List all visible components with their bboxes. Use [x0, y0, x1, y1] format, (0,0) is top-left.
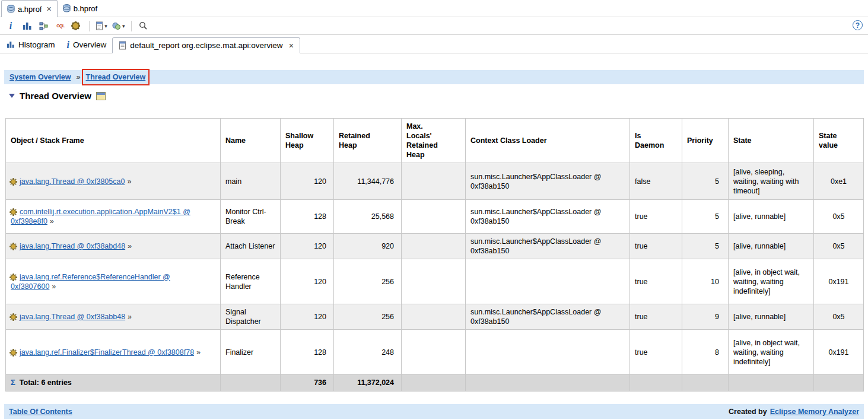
- cell-object: java.lang.Thread @ 0xf38abd48»: [6, 234, 221, 259]
- object-link[interactable]: com.intellij.rt.execution.application.Ap…: [11, 208, 190, 225]
- cell-context-class-loader: sun.misc.Launcher$AppClassLoader @ 0xf38…: [466, 234, 630, 259]
- outbound-arrow-icon[interactable]: »: [128, 242, 132, 250]
- search-queries-button[interactable]: [138, 20, 150, 33]
- thread-icon: [11, 244, 16, 249]
- total-empty-cell: [221, 375, 281, 392]
- report-tab-icon: [119, 41, 126, 50]
- cell-max-locals: [402, 200, 466, 234]
- collapse-twistie-icon[interactable]: [9, 94, 15, 98]
- object-link[interactable]: java.lang.ref.Reference$ReferenceHandler…: [11, 273, 170, 291]
- section-header: Thread Overview: [9, 91, 864, 101]
- overview-button[interactable]: i: [5, 20, 17, 33]
- cell-retained-heap: 256: [334, 304, 402, 330]
- cell-priority: 5: [682, 234, 729, 259]
- open-in-new-window-icon[interactable]: [96, 92, 106, 100]
- breadcrumb: System Overview » Thread Overview: [4, 70, 864, 84]
- col-state: State: [729, 119, 814, 163]
- chevron-down-icon: ▾: [104, 23, 107, 29]
- section-title: Thread Overview: [20, 91, 91, 101]
- outbound-arrow-icon[interactable]: »: [52, 282, 56, 291]
- table-row: java.lang.Thread @ 0xf38abb48» Signal Di…: [6, 304, 864, 330]
- cell-state-value: 0x5: [814, 304, 864, 330]
- table-row: java.lang.Thread @ 0xf38abd48» Attach Li…: [6, 234, 864, 259]
- view-tab-label: Histogram: [18, 40, 55, 49]
- annotation-highlight: Thread Overview: [86, 73, 146, 81]
- total-empty-cell: [630, 375, 682, 392]
- breadcrumb-link-system-overview[interactable]: System Overview: [9, 73, 71, 81]
- cell-object: java.lang.ref.Finalizer$FinalizerThread …: [6, 330, 221, 375]
- created-by-text: Created by: [729, 408, 767, 416]
- total-label-cell: ΣTotal: 6 entries: [6, 375, 221, 392]
- cell-max-locals: [402, 259, 466, 304]
- report-footer: Table Of Contents Created by Eclipse Mem…: [4, 404, 864, 419]
- col-state-value: State value: [814, 119, 864, 163]
- cell-object: java.lang.Thread @ 0xf38abb48»: [6, 304, 221, 330]
- outbound-arrow-icon[interactable]: »: [196, 348, 201, 357]
- col-max-locals-retained-heap: Max. Locals' Retained Heap: [402, 119, 466, 163]
- outbound-arrow-icon[interactable]: »: [128, 313, 132, 321]
- object-link[interactable]: java.lang.ref.Finalizer$FinalizerThread …: [20, 348, 194, 357]
- heap-dump-icon: [7, 5, 15, 13]
- info-icon: i: [67, 40, 69, 50]
- tab-overview[interactable]: i Overview: [61, 37, 113, 53]
- cell-context-class-loader: [466, 259, 630, 304]
- breadcrumb-separator-icon: »: [77, 73, 81, 81]
- thread-icon: [11, 350, 16, 355]
- thread-gear-icon: [72, 23, 79, 29]
- cell-context-class-loader: [466, 330, 630, 375]
- cell-is-daemon: true: [630, 200, 682, 234]
- outbound-arrow-icon[interactable]: »: [50, 217, 54, 225]
- close-icon[interactable]: ×: [289, 42, 294, 50]
- cell-shallow-heap: 128: [281, 330, 334, 375]
- cell-priority: 10: [682, 259, 729, 304]
- thread-icon: [11, 314, 16, 320]
- object-link[interactable]: java.lang.Thread @ 0xf38abb48: [20, 313, 125, 321]
- cell-state: [alive, runnable]: [729, 304, 814, 330]
- search-icon: [139, 21, 148, 30]
- total-empty-cell: [729, 375, 814, 392]
- info-icon: i: [9, 21, 12, 31]
- outbound-arrow-icon[interactable]: »: [127, 177, 131, 186]
- cell-state: [alive, in object wait, waiting, waiting…: [729, 330, 814, 375]
- toolbar-separator: [131, 21, 132, 31]
- view-tab-label: Overview: [73, 40, 106, 49]
- expert-report-dropdown-button[interactable]: ▾: [96, 20, 107, 33]
- cell-state-value: 0x5: [814, 200, 864, 234]
- close-icon[interactable]: ×: [46, 5, 51, 13]
- eclipse-memory-analyzer-link[interactable]: Eclipse Memory Analyzer: [770, 408, 859, 416]
- cell-state: [alive, in object wait, waiting, waiting…: [729, 259, 814, 304]
- editor-tab-a-hprof[interactable]: a.hprof ×: [1, 0, 58, 17]
- cell-is-daemon: true: [630, 330, 682, 375]
- tab-histogram[interactable]: Histogram: [1, 37, 61, 53]
- cell-is-daemon: true: [630, 234, 682, 259]
- toolbar-separator: [89, 21, 90, 31]
- dominator-tree-button[interactable]: [38, 20, 50, 33]
- view-tab-label: default_report org.eclipse.mat.api:overv…: [130, 41, 282, 50]
- cell-priority: 9: [682, 304, 729, 330]
- editor-tab-b-hprof[interactable]: b.hprof: [58, 0, 103, 17]
- thread-overview-button[interactable]: [71, 20, 83, 33]
- oql-button[interactable]: OQL: [55, 20, 66, 33]
- cell-retained-heap: 256: [334, 259, 402, 304]
- cell-shallow-heap: 120: [281, 234, 334, 259]
- table-of-contents-link[interactable]: Table Of Contents: [9, 408, 72, 416]
- object-link[interactable]: java.lang.Thread @ 0xf38abd48: [20, 242, 125, 250]
- cell-state-value: 0x191: [814, 330, 864, 375]
- query-browser-dropdown-button[interactable]: ▾: [112, 20, 125, 33]
- cell-retained-heap: 920: [334, 234, 402, 259]
- help-button[interactable]: ?: [853, 20, 863, 30]
- table-row: java.lang.ref.Finalizer$FinalizerThread …: [6, 330, 864, 375]
- cell-retained-heap: 248: [334, 330, 402, 375]
- cell-state: [alive, sleeping, waiting, waiting with …: [729, 163, 814, 200]
- cell-state: [alive, runnable]: [729, 234, 814, 259]
- histogram-button[interactable]: [21, 20, 33, 33]
- cell-context-class-loader: sun.misc.Launcher$AppClassLoader @ 0xf38…: [466, 163, 630, 200]
- tab-default-report[interactable]: default_report org.eclipse.mat.api:overv…: [112, 37, 300, 53]
- main-toolbar: i OQL ▾ ▾ ?: [0, 17, 868, 35]
- breadcrumb-link-thread-overview[interactable]: Thread Overview: [86, 73, 146, 81]
- cell-name: Attach Listener: [221, 234, 281, 259]
- col-context-class-loader: Context Class Loader: [466, 119, 630, 163]
- object-link[interactable]: java.lang.Thread @ 0xf3805ca0: [20, 177, 125, 186]
- cell-state-value: 0x5: [814, 234, 864, 259]
- report-pane: System Overview » Thread Overview Thread…: [0, 54, 868, 403]
